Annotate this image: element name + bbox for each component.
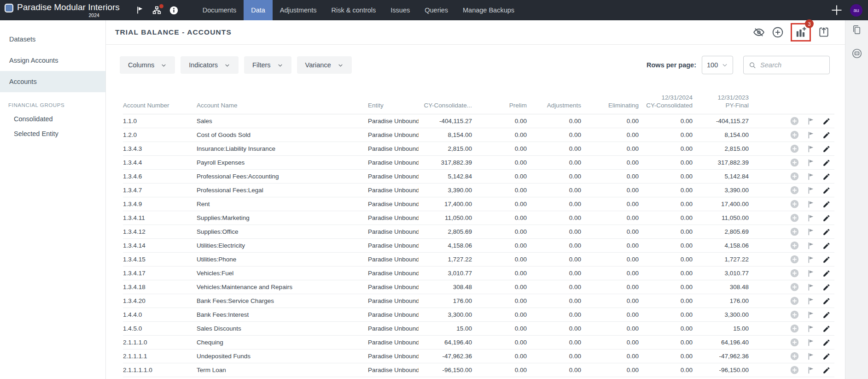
flag-row-icon[interactable]	[807, 297, 815, 305]
flag-row-icon[interactable]	[807, 255, 815, 264]
rows-per-page-select[interactable]: 100	[702, 56, 733, 74]
add-adjustment-icon[interactable]	[790, 158, 799, 167]
table-row[interactable]: 1.3.4.9 Rent Paradise Unbound... 17,400.…	[123, 197, 834, 211]
sidebar-item-accounts[interactable]: Accounts	[0, 71, 105, 92]
nav-item-adjustments[interactable]: Adjustments	[273, 0, 324, 20]
add-adjustment-icon[interactable]	[790, 199, 799, 209]
add-icon[interactable]	[830, 4, 843, 17]
add-adjustment-icon[interactable]	[790, 116, 799, 126]
app-logo[interactable]: Paradise Modular Interiors 2024	[5, 0, 120, 20]
table-row[interactable]: 2.1.1.1.1 Undeposited Funds Paradise Unb…	[123, 349, 834, 363]
edit-pencil-icon[interactable]	[822, 366, 831, 374]
copy-pages-icon[interactable]	[851, 24, 862, 35]
column-header[interactable]: 12/31/2023 PY-Final	[693, 94, 749, 109]
table-row[interactable]: 1.1.0 Sales Paradise Unbound... -404,115…	[123, 114, 834, 128]
edit-pencil-icon[interactable]	[822, 200, 831, 208]
nav-item-data[interactable]: Data	[244, 0, 273, 20]
add-adjustment-icon[interactable]	[790, 130, 799, 140]
flag-row-icon[interactable]	[807, 214, 815, 222]
edit-pencil-icon[interactable]	[822, 145, 831, 153]
column-header[interactable]: CY-Consolidate...	[419, 101, 472, 109]
add-adjustment-icon[interactable]	[790, 296, 799, 306]
edit-pencil-icon[interactable]	[822, 311, 831, 319]
table-row[interactable]: 1.3.4.6 Professional Fees:Accounting Par…	[123, 170, 834, 184]
table-row[interactable]: 1.3.4.7 Professional Fees:Legal Paradise…	[123, 184, 834, 197]
nav-item-risk-controls[interactable]: Risk & controls	[324, 0, 384, 20]
variance-button[interactable]: Variance	[297, 56, 352, 74]
add-adjustment-icon[interactable]	[790, 338, 799, 347]
flag-row-icon[interactable]	[807, 159, 815, 167]
add-circle-icon[interactable]	[772, 26, 784, 38]
add-adjustment-icon[interactable]	[790, 241, 799, 250]
table-row[interactable]: 1.3.4.3 Insurance:Liability Insurance Pa…	[123, 142, 834, 156]
flag-row-icon[interactable]	[807, 283, 815, 291]
add-adjustment-icon[interactable]	[790, 144, 799, 154]
sidebar-item-datasets[interactable]: Datasets	[0, 29, 105, 50]
flag-row-icon[interactable]	[807, 186, 815, 195]
flag-row-icon[interactable]	[807, 228, 815, 236]
flag-row-icon[interactable]	[807, 352, 815, 361]
table-row[interactable]: 1.4.4.0 Bank Fees:Interest Paradise Unbo…	[123, 308, 834, 322]
indicators-button[interactable]: Indicators	[181, 56, 239, 74]
flag-icon[interactable]	[135, 6, 145, 15]
edit-pencil-icon[interactable]	[822, 117, 831, 125]
flag-row-icon[interactable]	[807, 131, 815, 139]
table-row[interactable]: 1.4.5.0 Sales Discounts Paradise Unbound…	[123, 322, 834, 336]
column-header[interactable]: 12/31/2024 CY-Consolidated	[639, 94, 693, 109]
column-header[interactable]: Entity	[368, 101, 419, 109]
edit-pencil-icon[interactable]	[822, 186, 831, 195]
add-adjustment-icon[interactable]	[790, 185, 799, 195]
edit-pencil-icon[interactable]	[822, 214, 831, 222]
nav-item-documents[interactable]: Documents	[195, 0, 244, 20]
flag-row-icon[interactable]	[807, 172, 815, 181]
sidebar-item-consolidated[interactable]: Consolidated	[0, 115, 105, 123]
table-row[interactable]: 1.3.4.14 Utilities:Electricity Paradise …	[123, 239, 834, 253]
flag-row-icon[interactable]	[807, 145, 815, 153]
table-row[interactable]: 1.2.0 Cost of Goods Sold Paradise Unboun…	[123, 128, 834, 142]
org-chart-icon[interactable]	[152, 6, 162, 15]
add-report-chart-icon[interactable]	[795, 26, 807, 38]
columns-button[interactable]: Columns	[120, 56, 175, 74]
column-header[interactable]: Prelim	[472, 101, 527, 109]
table-row[interactable]: 1.3.4.20 Bank Fees:Service Charges Parad…	[123, 294, 834, 308]
search-input[interactable]	[760, 61, 824, 69]
flag-row-icon[interactable]	[807, 242, 815, 250]
info-icon[interactable]	[169, 6, 179, 15]
edit-pencil-icon[interactable]	[822, 255, 831, 264]
table-row[interactable]: 1.3.4.4 Payroll Expenses Paradise Unboun…	[123, 156, 834, 170]
table-row[interactable]: 1.3.4.12 Supplies:Office Paradise Unboun…	[123, 225, 834, 239]
edit-pencil-icon[interactable]	[822, 172, 831, 181]
flag-row-icon[interactable]	[807, 311, 815, 319]
edit-pencil-icon[interactable]	[822, 325, 831, 333]
column-header[interactable]: Eliminating	[581, 101, 639, 109]
nav-item-manage-backups[interactable]: Manage Backups	[455, 0, 522, 20]
nav-item-queries[interactable]: Queries	[417, 0, 455, 20]
user-avatar[interactable]: au	[850, 4, 862, 17]
table-row[interactable]: 1.3.4.18 Vehicles:Maintenance and Repair…	[123, 280, 834, 294]
add-adjustment-icon[interactable]	[790, 172, 799, 181]
flag-row-icon[interactable]	[807, 117, 815, 125]
chat-bot-icon[interactable]	[851, 48, 862, 59]
table-row[interactable]: 1.3.4.17 Vehicles:Fuel Paradise Unbound.…	[123, 266, 834, 280]
edit-pencil-icon[interactable]	[822, 297, 831, 305]
edit-pencil-icon[interactable]	[822, 283, 831, 291]
table-row[interactable]: 2.1.1.1.1.0 Term Loan Paradise Unbound..…	[123, 363, 834, 377]
flag-row-icon[interactable]	[807, 338, 815, 347]
edit-pencil-icon[interactable]	[822, 269, 831, 278]
flag-row-icon[interactable]	[807, 200, 815, 208]
export-icon[interactable]	[818, 26, 830, 38]
add-adjustment-icon[interactable]	[790, 268, 799, 278]
table-row[interactable]: 1.3.4.15 Utilities:Phone Paradise Unboun…	[123, 253, 834, 266]
add-adjustment-icon[interactable]	[790, 351, 799, 361]
add-adjustment-icon[interactable]	[790, 213, 799, 223]
sidebar-item-selected-entity[interactable]: Selected Entity	[0, 130, 105, 137]
filters-button[interactable]: Filters	[244, 56, 291, 74]
edit-pencil-icon[interactable]	[822, 338, 831, 347]
eye-off-icon[interactable]	[753, 26, 765, 38]
table-row[interactable]: 2.1.1.1.0 Chequing Paradise Unbound... 6…	[123, 336, 834, 349]
nav-item-issues[interactable]: Issues	[383, 0, 417, 20]
add-adjustment-icon[interactable]	[790, 365, 799, 375]
flag-row-icon[interactable]	[807, 269, 815, 278]
edit-pencil-icon[interactable]	[822, 228, 831, 236]
sidebar-item-assign-accounts[interactable]: Assign Accounts	[0, 50, 105, 71]
